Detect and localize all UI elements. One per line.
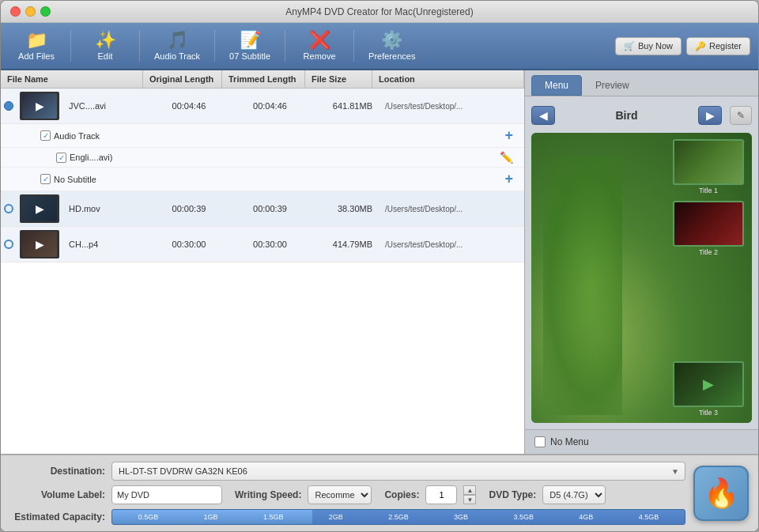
preview-content: ◀ Bird ▶ ✎ (525, 96, 758, 429)
cell-original-2: 00:00:39 (149, 198, 228, 220)
preferences-button[interactable]: ⚙️ Preferences (361, 28, 423, 64)
burn-button[interactable]: 🔥 (693, 466, 749, 521)
audio-track-label: Audio Track (54, 131, 500, 141)
add-files-button[interactable]: 📁 Add Files (9, 28, 64, 64)
bottom-panel: Destination: HL-DT-ST DVDRW GA32N KE06 ▼… (1, 454, 758, 531)
audio-track-label: Audio Track (154, 51, 200, 61)
destination-select[interactable]: HL-DT-ST DVDRW GA32N KE06 (111, 462, 685, 481)
sub-row-audio-file: Engli....avi) ✏️ (1, 148, 524, 168)
main-content: File Name Original Length Trimmed Length… (1, 70, 758, 454)
copies-down-button[interactable]: ▼ (463, 495, 476, 504)
col-header-location: Location (372, 70, 524, 88)
copies-up-button[interactable]: ▲ (463, 485, 476, 495)
edit-button[interactable]: ✨ Edit (77, 28, 133, 64)
thumb-inner-1: ▶ (22, 93, 57, 119)
add-audio-button[interactable]: + (500, 127, 518, 144)
file-thumbnail-3: ▶ (20, 230, 59, 258)
tab-preview[interactable]: Preview (582, 75, 643, 96)
audio-track-button[interactable]: 🎵 Audio Track (146, 28, 208, 64)
buy-now-button[interactable]: 🛒 Buy Now (615, 37, 682, 55)
preview-label-1: Title 1 (699, 187, 718, 194)
copies-label: Copies: (384, 489, 419, 500)
row-data-3: CH...p4 00:30:00 00:30:00 414.79MB /User… (62, 233, 524, 255)
cell-filename-1: JVC....avi (62, 95, 149, 117)
tab-menu[interactable]: Menu (531, 75, 582, 96)
play-icon-1: ▶ (36, 100, 44, 112)
subtitle-label: 07 Subtitle (229, 51, 270, 61)
cap-label-5: 3GB (454, 513, 468, 521)
edit-audio-icon[interactable]: ✏️ (495, 151, 518, 164)
table-row: ▶ JVC....avi 00:04:46 00:04:46 641.81MB … (1, 89, 524, 124)
cell-location-2: /Users/test/Desktop/... (379, 198, 524, 220)
volume-label: Volume Label: (10, 489, 105, 500)
destination-label: Destination: (10, 466, 105, 477)
nav-edit-button[interactable]: ✎ (730, 106, 752, 125)
file-thumbnail-2: ▶ (20, 194, 59, 223)
preview-label-2: Title 2 (699, 248, 718, 256)
cell-location-3: /Users/test/Desktop/... (379, 234, 524, 255)
cell-location-1: /Users/test/Desktop/... (379, 96, 524, 117)
nav-forward-button[interactable]: ▶ (698, 106, 722, 125)
writing-speed-select[interactable]: Recomme (308, 485, 372, 504)
no-menu-checkbox[interactable] (534, 436, 546, 447)
status-dot-3 (4, 240, 13, 249)
cell-original-1: 00:04:46 (149, 95, 228, 117)
maximize-button[interactable] (40, 6, 51, 17)
subtitle-button[interactable]: 📝 07 Subtitle (221, 28, 278, 64)
separator-4 (285, 30, 285, 62)
subtitle-checkbox[interactable] (40, 174, 51, 184)
audio-track-checkbox[interactable] (40, 130, 51, 141)
right-panel: Menu Preview ◀ Bird ▶ ✎ (525, 70, 758, 454)
cell-size-2: 38.30MB (312, 198, 379, 220)
play-icon-preview: ▶ (703, 375, 714, 393)
dvd-type-select[interactable]: D5 (4.7G) (542, 485, 606, 504)
cell-trimmed-2: 00:00:39 (228, 198, 312, 220)
preview-thumb-2[interactable] (673, 201, 744, 247)
row-data-1: JVC....avi 00:04:46 00:04:46 641.81MB /U… (62, 95, 524, 117)
remove-label: Remove (304, 51, 336, 61)
cap-label-1: 1GB (204, 513, 218, 521)
play-icon-3: ▶ (36, 238, 44, 251)
cell-original-3: 00:30:00 (149, 233, 228, 255)
sub-row-audio-track: Audio Track + (1, 124, 524, 148)
subtitle-icon: 📝 (240, 32, 261, 49)
add-files-label: Add Files (18, 51, 55, 61)
file-list-header: File Name Original Length Trimmed Length… (1, 70, 524, 89)
cap-label-6: 3.5GB (513, 513, 534, 521)
register-button[interactable]: 🔑 Register (686, 37, 750, 55)
edit-label: Edit (98, 51, 113, 61)
edit-icon: ✨ (95, 32, 116, 49)
remove-button[interactable]: ❌ Remove (292, 28, 347, 64)
row-indicator-3 (1, 240, 17, 249)
copies-stepper: ▲ ▼ (463, 485, 476, 504)
nav-back-button[interactable]: ◀ (531, 106, 555, 125)
audio-file-checkbox[interactable] (56, 153, 66, 163)
copies-input[interactable] (425, 485, 457, 504)
thumb-inner-3: ▶ (22, 232, 57, 257)
burn-icon: 🔥 (704, 477, 739, 510)
window-title: AnyMP4 DVD Creator for Mac(Unregistered) (285, 6, 473, 17)
title-thumbnails: Title 1 Title 2 (673, 139, 744, 256)
left-panel: File Name Original Length Trimmed Length… (1, 70, 525, 454)
close-button[interactable] (10, 6, 21, 17)
destination-value: HL-DT-ST DVDRW GA32N KE06 (119, 466, 247, 476)
preview-tabs: Menu Preview (525, 70, 758, 96)
bottom-main: Destination: HL-DT-ST DVDRW GA32N KE06 ▼… (10, 462, 749, 525)
bottom-left: Destination: HL-DT-ST DVDRW GA32N KE06 ▼… (10, 462, 685, 525)
capacity-labels: 0.5GB 1GB 1.5GB 2GB 2.5GB 3GB 3.5GB 4GB … (112, 510, 685, 524)
cap-label-3: 2GB (329, 513, 343, 521)
col-header-size: File Size (305, 70, 372, 88)
cell-size-1: 641.81MB (312, 95, 379, 117)
cap-label-8: 4.5GB (639, 513, 659, 521)
preview-thumb-1[interactable] (673, 139, 744, 185)
cell-trimmed-3: 00:30:00 (228, 233, 312, 255)
preview-background: Title 1 Title 2 ▶ (531, 133, 752, 423)
main-window: AnyMP4 DVD Creator for Mac(Unregistered)… (0, 0, 759, 532)
volume-input[interactable] (111, 485, 222, 504)
minimize-button[interactable] (25, 6, 36, 17)
file-list: ▶ JVC....avi 00:04:46 00:04:46 641.81MB … (1, 89, 524, 454)
status-dot-1 (4, 101, 13, 111)
add-subtitle-button[interactable]: + (500, 171, 518, 187)
preview-thumb-3[interactable]: ▶ (673, 361, 744, 407)
table-row: ▶ HD.mov 00:00:39 00:00:39 38.30MB /User… (1, 191, 524, 227)
